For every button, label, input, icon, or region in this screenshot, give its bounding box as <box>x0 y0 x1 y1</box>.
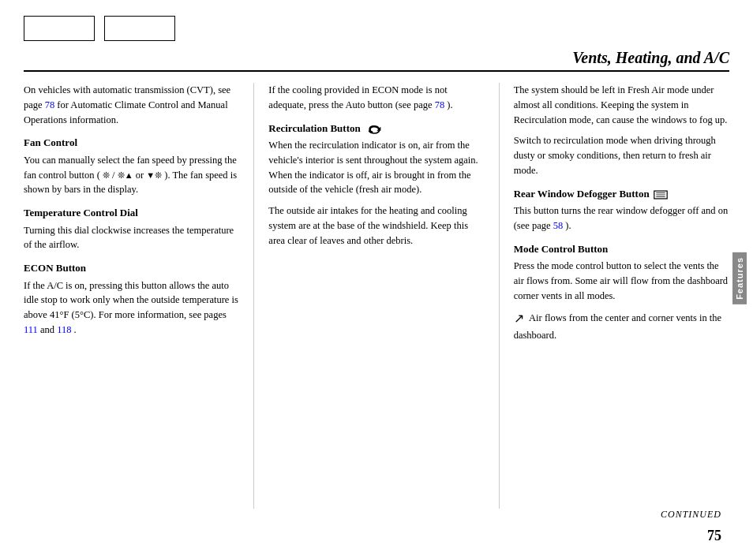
rear-window-heading: Rear Window Defogger Button <box>514 186 729 202</box>
page-wrapper: Vents, Heating, and A/C On vehicles with… <box>0 0 753 560</box>
recirculation-text1: When the recirculation indicator is on, … <box>268 138 484 197</box>
fan-control-text: You can manually select the fan speed by… <box>24 153 239 197</box>
link-page-118[interactable]: 118 <box>57 324 71 335</box>
top-nav <box>24 16 729 41</box>
mode-control-text1: Press the mode control button to select … <box>514 259 729 303</box>
airflow-text: ↗ Air flows from the center and corner v… <box>514 309 729 343</box>
econ-button-heading: ECON Button <box>24 260 239 276</box>
col3-intro1: The system should be left in Fresh Air m… <box>514 83 729 127</box>
link-page-58[interactable]: 58 <box>553 220 564 231</box>
column-2: If the cooling provided in ECON mode is … <box>254 83 499 509</box>
recirculation-heading: Recirculation Button <box>268 121 484 136</box>
col1-intro: On vehicles with automatic transmission … <box>24 83 239 127</box>
link-page-78-col2[interactable]: 78 <box>435 99 445 110</box>
features-label: Features <box>732 252 747 304</box>
page-title-section: Vents, Heating, and A/C <box>24 49 729 72</box>
rear-window-text: This button turns the rear window defogg… <box>514 203 729 233</box>
defogger-icon <box>654 190 668 200</box>
col2-intro: If the cooling provided in ECON mode is … <box>268 83 484 113</box>
continued-label: CONTINUED <box>661 509 721 521</box>
column-3: The system should be left in Fresh Air m… <box>500 83 729 509</box>
econ-button-text: If the A/C is on, pressing this button a… <box>24 278 239 338</box>
column-1: On vehicles with automatic transmission … <box>24 83 254 509</box>
recirculation-icon <box>366 124 382 135</box>
nav-box-1[interactable] <box>24 16 95 41</box>
fan-icon-1: ❊ <box>103 170 110 180</box>
page-number: 75 <box>707 528 721 544</box>
link-page-111[interactable]: 111 <box>24 324 38 335</box>
temp-control-heading: Temperature Control Dial <box>24 205 239 221</box>
mode-control-heading: Mode Control Button <box>514 241 729 257</box>
page-title: Vents, Heating, and A/C <box>572 49 729 66</box>
temp-control-text: Turning this dial clockwise increases th… <box>24 223 239 253</box>
airflow-icon: ↗ <box>514 309 524 328</box>
content-area: On vehicles with automatic transmission … <box>24 83 729 509</box>
fan-control-heading: Fan Control <box>24 135 239 151</box>
recirculation-text2: The outside air intakes for the heating … <box>268 203 484 248</box>
nav-box-2[interactable] <box>104 16 175 41</box>
fan-icon-3: ▼❊ <box>146 170 162 180</box>
col3-intro2: Switch to recirculation mode when drivin… <box>514 133 729 177</box>
fan-icon-2: ❊▲ <box>118 170 133 180</box>
link-page-78-col1[interactable]: 78 <box>45 99 55 110</box>
